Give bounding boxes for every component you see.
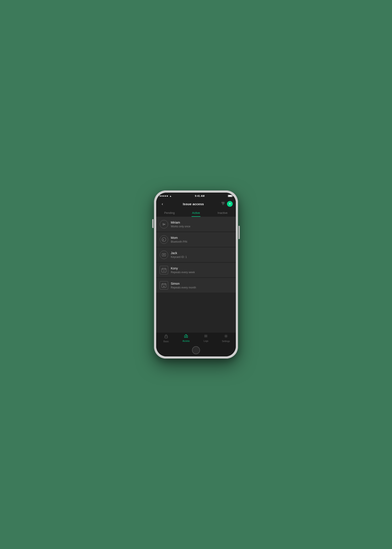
jack-text: Jack Keycard ID: 1 (171, 251, 232, 259)
simon-name: Simon (171, 282, 232, 285)
logs-icon (204, 334, 208, 339)
jack-sub: Keycard ID: 1 (171, 256, 232, 259)
page-title: Issue access (183, 202, 204, 206)
tab-inactive-label: Inactive (218, 211, 228, 214)
home-button[interactable] (192, 346, 200, 354)
battery-icon (228, 195, 232, 197)
tab-pending[interactable]: Pending (156, 209, 183, 217)
nav-access[interactable]: Access (176, 334, 196, 343)
header-actions: + (221, 201, 233, 207)
wifi-icon: ▲ (169, 195, 172, 197)
jack-name: Jack (171, 251, 232, 255)
jack-icon (160, 251, 168, 259)
tab-inactive[interactable]: Inactive (209, 209, 236, 217)
nav-logs-label: Logs (203, 340, 208, 342)
screen: ▲ 9:41 AM ‹ Issue access (156, 193, 236, 345)
mom-sub: Bluetooth PIN (171, 240, 232, 243)
nav-settings-label: Settings (222, 340, 230, 342)
list-item[interactable]: $ Mom Bluetooth PIN (156, 232, 236, 247)
tab-pending-label: Pending (164, 211, 175, 214)
tab-active[interactable]: Active (183, 209, 209, 217)
svg-text:7: 7 (163, 270, 164, 272)
signal-dot-5 (167, 195, 168, 197)
home-area (156, 345, 236, 356)
nav-logs[interactable]: Logs (196, 334, 216, 343)
svg-rect-17 (165, 336, 168, 338)
simon-sub: Repeats every month (171, 286, 232, 289)
list-item[interactable]: 31 Simon Repeats every month (156, 278, 236, 293)
tab-active-label: Active (192, 211, 200, 214)
kony-calendar-icon: 7 (161, 267, 167, 273)
bluetooth-pin-icon: $ (162, 237, 166, 242)
svg-point-21 (204, 335, 205, 335)
kony-text: Kony Repeats every week (171, 267, 232, 274)
lock-icon (164, 334, 168, 339)
status-time: 9:41 AM (195, 195, 205, 197)
filter-icon[interactable] (221, 202, 225, 206)
list-item[interactable]: 1× Miriam Works only once (156, 217, 236, 232)
status-bar: ▲ 9:41 AM (156, 193, 236, 199)
add-button[interactable]: + (227, 201, 233, 207)
nav-settings[interactable]: Settings (216, 334, 236, 343)
status-right (228, 195, 232, 197)
svg-point-24 (225, 335, 226, 337)
simon-calendar-icon: 31 (161, 283, 167, 288)
svg-rect-6 (162, 253, 166, 256)
mom-name: Mom (171, 236, 232, 240)
mom-text: Mom Bluetooth PIN (171, 236, 232, 243)
kony-icon: 7 (160, 266, 168, 274)
settings-icon (224, 334, 228, 339)
simon-icon: 31 (160, 281, 168, 290)
miriam-sub: Works only once (171, 225, 232, 228)
nav-access-label: Access (182, 340, 189, 342)
header: ‹ Issue access + (156, 199, 236, 209)
back-icon: ‹ (162, 202, 163, 206)
svg-point-22 (204, 336, 205, 336)
list-item[interactable]: 7 Kony Repeats every week (156, 263, 236, 278)
svg-text:31: 31 (163, 286, 165, 287)
simon-text: Simon Repeats every month (171, 282, 232, 289)
svg-text:$: $ (163, 239, 164, 241)
signal-dot-4 (165, 195, 166, 197)
bottom-nav: Basic Access (156, 332, 236, 345)
svg-point-23 (204, 337, 205, 337)
nfc-icon (162, 253, 166, 257)
signal-dots: ▲ (160, 195, 172, 197)
list-item[interactable]: Jack Keycard ID: 1 (156, 248, 236, 262)
access-list: 1× Miriam Works only once $ (156, 217, 236, 332)
back-button[interactable]: ‹ (159, 202, 166, 206)
svg-point-4 (162, 237, 166, 242)
miriam-icon: 1× (160, 220, 168, 228)
phone-frame: ▲ 9:41 AM ‹ Issue access (154, 190, 238, 359)
signal-dot-2 (161, 195, 163, 197)
miriam-icon-label: 1× (163, 223, 166, 226)
plus-icon: + (229, 202, 231, 206)
phone-screen: ▲ 9:41 AM ‹ Issue access (156, 193, 236, 356)
signal-dot-3 (163, 195, 164, 197)
nav-basic[interactable]: Basic (156, 334, 176, 343)
tabs: Pending Active Inactive (156, 209, 236, 217)
nav-basic-label: Basic (163, 340, 169, 343)
access-icon (184, 334, 188, 339)
miriam-name: Miriam (171, 221, 232, 224)
mom-icon: $ (160, 235, 168, 244)
kony-sub: Repeats every week (171, 271, 232, 274)
miriam-text: Miriam Works only once (171, 221, 232, 228)
battery-fill (228, 195, 232, 197)
signal-dot-1 (160, 195, 161, 197)
kony-name: Kony (171, 267, 232, 270)
